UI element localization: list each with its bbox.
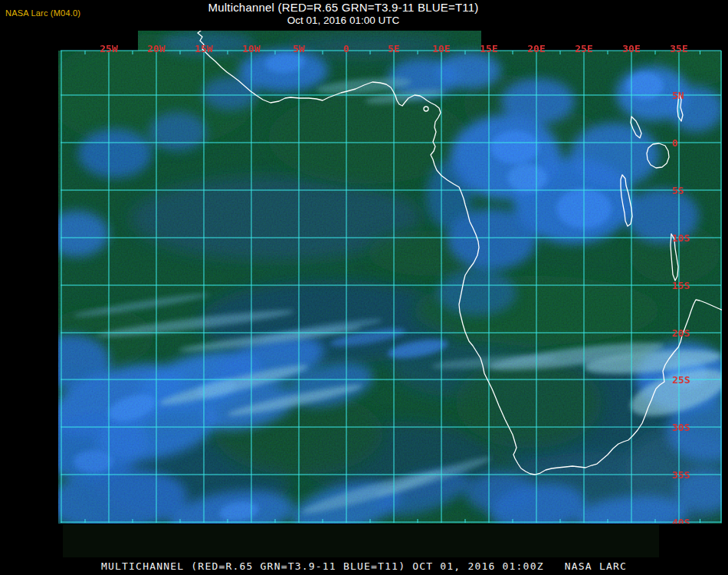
no-data-mask-left [58, 31, 138, 51]
satellite-product-viewport: NASA Larc (M04.0) Multichannel (RED=R.65… [0, 0, 728, 575]
longitude-label: 20E [527, 43, 545, 54]
latitude-label: 30S [672, 422, 690, 433]
longitude-label: 20W [147, 43, 166, 54]
latitude-label: 5N [672, 90, 684, 101]
longitude-label: 35E [670, 43, 687, 54]
latitude-label: 25S [672, 374, 690, 386]
image-noise-texture [58, 31, 722, 524]
longitude-label: 10W [242, 43, 261, 54]
longitude-label: 30E [622, 43, 640, 54]
footer-caption: MULTICHANNEL (RED=R.65 GRN=T3.9-11 BLUE=… [0, 560, 728, 572]
latitude-label: 0 [672, 137, 678, 149]
satellite-map: 25W20W15W10W5W05E10E15E20E25E30E35E5N05S… [58, 31, 722, 524]
longitude-label: 15E [480, 43, 497, 54]
sub-image-dark-band [63, 524, 659, 557]
multichannel-title: Multichannel (RED=R.65 GRN=T3.9-11 BLUE=… [60, 1, 627, 15]
timestamp-subtitle: Oct 01, 2016 01:00 UTC [60, 15, 627, 27]
image-title-block: Multichannel (RED=R.65 GRN=T3.9-11 BLUE=… [60, 1, 627, 27]
latitude-label: 10S [672, 232, 690, 244]
latitude-label: 20S [672, 327, 690, 339]
longitude-label: 5W [293, 43, 305, 54]
latitude-label: 5S [672, 185, 684, 196]
longitude-label: 15W [195, 43, 213, 54]
longitude-label: 25E [575, 43, 592, 54]
latitude-label: 40S [672, 517, 690, 524]
longitude-label: 25W [100, 43, 118, 54]
latitude-label: 35S [672, 469, 690, 481]
latitude-label: 15S [672, 280, 690, 291]
cloud-field-artwork [58, 31, 722, 524]
longitude-label: 5E [388, 43, 400, 54]
longitude-label: 10E [432, 43, 450, 54]
longitude-label: 0 [343, 43, 349, 54]
